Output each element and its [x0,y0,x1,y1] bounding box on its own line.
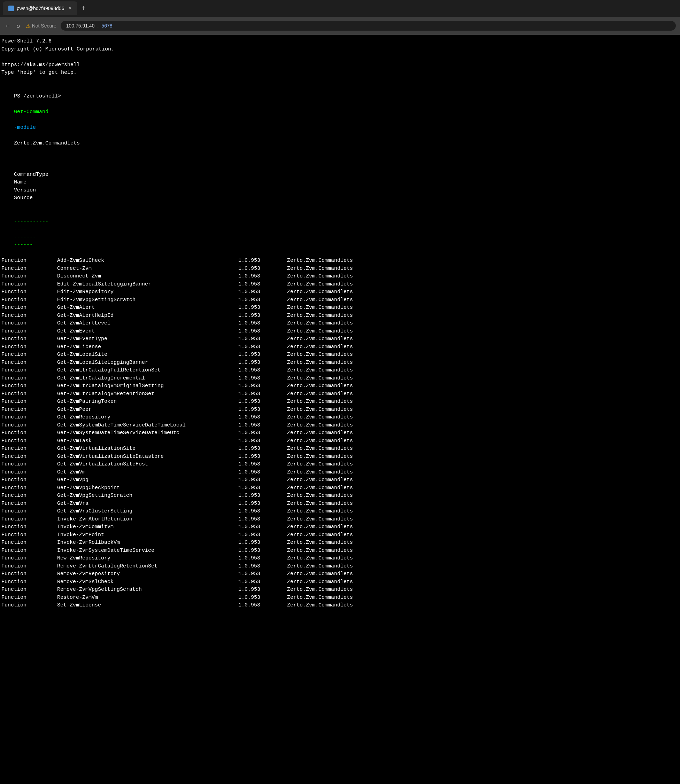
row-source: Zerto.Zvm.Commandlets [287,555,353,561]
row-type: Function [2,445,57,453]
row-type: Function [2,468,57,477]
row-type: Function [2,555,57,562]
table-row: FunctionConnect-Zvm1.0.953Zerto.Zvm.Comm… [2,265,678,273]
row-version: 1.0.953 [238,366,287,375]
row-type: Function [2,382,57,390]
row-source: Zerto.Zvm.Commandlets [287,595,353,600]
row-source: Zerto.Zvm.Commandlets [287,540,353,545]
refresh-button[interactable]: ↻ [15,20,22,31]
row-version: 1.0.953 [238,453,287,461]
row-name: Remove-ZvmVpgSettingScratch [57,586,238,594]
row-source: Zerto.Zvm.Commandlets [287,563,353,569]
table-row: FunctionInvoke-ZvmPoint1.0.953Zerto.Zvm.… [2,531,678,539]
row-name: Get-ZvmEventType [57,335,238,343]
row-source: Zerto.Zvm.Commandlets [287,266,353,272]
row-name: Invoke-ZvmCommitVm [57,523,238,531]
row-version: 1.0.953 [238,422,287,430]
address-field[interactable]: 100.75.91.40:5678 [61,21,676,31]
row-source: Zerto.Zvm.Commandlets [287,602,353,608]
table-row: FunctionInvoke-ZvmCommitVm1.0.953Zerto.Z… [2,523,678,531]
table-row: FunctionGet-ZvmLtrCatalogVmOriginalSetti… [2,382,678,390]
table-row: FunctionGet-ZvmAlertHelpId1.0.953Zerto.Z… [2,312,678,320]
back-button[interactable]: ← [4,21,11,31]
row-type: Function [2,523,57,531]
row-name: Get-ZvmLtrCatalogFullRetentionSet [57,366,238,375]
command-line: PS /zertoshell> Get-Command -module Zert… [2,85,678,155]
intro-line-2: Copyright (c) Microsoft Corporation. [2,46,678,53]
col-source-header: Source [14,195,33,201]
command-flag: -module [14,125,36,130]
row-name: Get-ZvmVm [57,468,238,477]
row-name: Remove-ZvmRepository [57,570,238,578]
row-source: Zerto.Zvm.Commandlets [287,454,353,460]
row-name: Get-ZvmVpg [57,476,238,484]
table-row: FunctionGet-ZvmEventType1.0.953Zerto.Zvm… [2,335,678,343]
row-type: Function [2,453,57,461]
row-name: Get-ZvmPairingToken [57,398,238,406]
table-row: FunctionGet-ZvmRepository1.0.953Zerto.Zv… [2,413,678,422]
row-type: Function [2,578,57,586]
row-version: 1.0.953 [238,570,287,578]
table-row: FunctionGet-ZvmLocalSiteLoggingBanner1.0… [2,359,678,367]
row-name: Invoke-ZvmSystemDateTimeService [57,547,238,555]
row-name: Get-ZvmTask [57,437,238,445]
row-name: Get-ZvmVra [57,500,238,508]
row-version: 1.0.953 [238,359,287,367]
row-type: Function [2,547,57,555]
row-version: 1.0.953 [238,413,287,422]
table-row: FunctionGet-ZvmVpg1.0.953Zerto.Zvm.Comma… [2,476,678,484]
row-source: Zerto.Zvm.Commandlets [287,399,353,405]
table-row: FunctionEdit-ZvmVpgSettingScratch1.0.953… [2,296,678,304]
table-row: FunctionAdd-ZvmSslCheck1.0.953Zerto.Zvm.… [2,257,678,265]
tab-favicon [8,6,14,11]
table-row: FunctionNew-ZvmRepository1.0.953Zerto.Zv… [2,555,678,562]
table-row: FunctionGet-ZvmVirtualizationSiteDatasto… [2,453,678,461]
intro-blank-1 [2,53,678,61]
row-type: Function [2,531,57,539]
row-name: Add-ZvmSslCheck [57,257,238,265]
col-version-underline: ------- [14,234,63,242]
row-version: 1.0.953 [238,492,287,500]
row-version: 1.0.953 [238,257,287,265]
row-source: Zerto.Zvm.Commandlets [287,469,353,475]
row-version: 1.0.953 [238,555,287,562]
table-row: FunctionEdit-ZvmRepository1.0.953Zerto.Z… [2,288,678,296]
active-tab[interactable]: pwsh@bd7f49098d06 × [3,2,77,15]
row-type: Function [2,586,57,594]
address-bar: ← ↻ ⚠ Not Secure 100.75.91.40:5678 [0,17,680,35]
table-row: FunctionGet-ZvmVirtualizationSite1.0.953… [2,445,678,453]
row-name: Invoke-ZvmRollbackVm [57,539,238,547]
row-source: Zerto.Zvm.Commandlets [287,532,353,538]
row-version: 1.0.953 [238,602,287,610]
row-name: Get-ZvmVirtualizationSiteHost [57,460,238,468]
row-version: 1.0.953 [238,328,287,336]
table-row: FunctionGet-ZvmVraClusterSetting1.0.953Z… [2,507,678,515]
table-row: FunctionRemove-ZvmSslCheck1.0.953Zerto.Z… [2,578,678,586]
table-row: FunctionDisconnect-Zvm1.0.953Zerto.Zvm.C… [2,273,678,281]
row-source: Zerto.Zvm.Commandlets [287,422,353,428]
new-tab-button[interactable]: + [79,3,88,14]
row-name: Get-ZvmLtrCatalogIncremental [57,375,238,383]
table-row: FunctionEdit-ZvmLocalSiteLoggingBanner1.… [2,281,678,289]
table-row: FunctionGet-ZvmAlert1.0.953Zerto.Zvm.Com… [2,304,678,312]
row-source: Zerto.Zvm.Commandlets [287,383,353,389]
row-version: 1.0.953 [238,351,287,359]
blank-after-cmd [2,155,678,163]
row-version: 1.0.953 [238,547,287,555]
row-version: 1.0.953 [238,296,287,304]
row-name: Get-ZvmAlertLevel [57,320,238,328]
row-type: Function [2,437,57,445]
row-version: 1.0.953 [238,507,287,515]
row-source: Zerto.Zvm.Commandlets [287,524,353,530]
row-version: 1.0.953 [238,375,287,383]
table-row: FunctionGet-ZvmEvent1.0.953Zerto.Zvm.Com… [2,328,678,336]
row-type: Function [2,460,57,468]
row-version: 1.0.953 [238,320,287,328]
row-source: Zerto.Zvm.Commandlets [287,446,353,451]
row-source: Zerto.Zvm.Commandlets [287,477,353,483]
row-name: Get-ZvmVirtualizationSiteDatastore [57,453,238,461]
tab-close-button[interactable]: × [68,5,71,11]
row-type: Function [2,476,57,484]
row-type: Function [2,320,57,328]
row-version: 1.0.953 [238,586,287,594]
